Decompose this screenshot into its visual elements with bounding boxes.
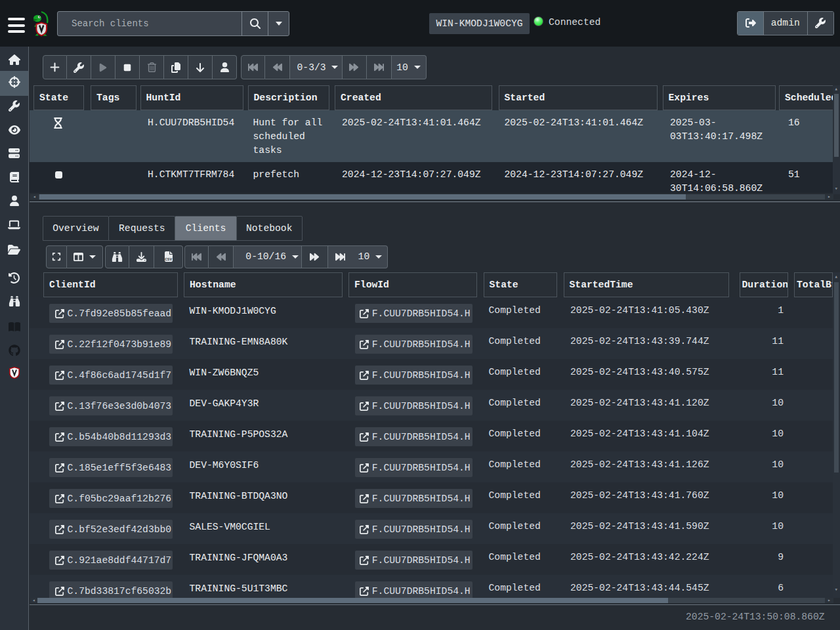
svg-text:CSV: CSV — [165, 257, 172, 262]
